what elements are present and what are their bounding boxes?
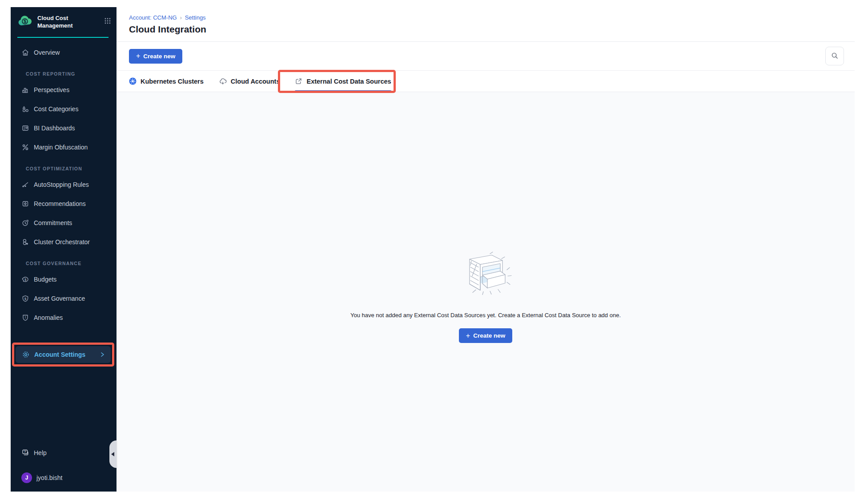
sidebar-item-cost-categories[interactable]: Cost Categories <box>11 101 117 117</box>
sidebar: $ Cloud Cost Management Overview COST <box>11 7 117 492</box>
brand-accent-divider <box>17 37 108 38</box>
section-cost-optimization: COST OPTIMIZATION <box>26 166 117 171</box>
tab-bar: Kubernetes Clusters Cloud Accounts Exter… <box>117 71 855 92</box>
content-area: You have not added any External Cost Dat… <box>117 92 855 492</box>
breadcrumb-settings-link[interactable]: Settings <box>185 14 206 21</box>
sidebar-item-label: Budgets <box>34 276 56 283</box>
search-button[interactable] <box>825 47 844 65</box>
sidebar-item-label: Cost Categories <box>34 105 78 113</box>
tab-kubernetes-clusters[interactable]: Kubernetes Clusters <box>129 71 204 92</box>
gear-icon <box>22 351 30 359</box>
bar-chart-icon <box>21 86 29 94</box>
main-area: Account: CCM-NG › Settings Cloud Integra… <box>117 7 855 492</box>
create-new-label: Create new <box>143 53 175 60</box>
sidebar-item-commitments[interactable]: Commitments <box>11 215 117 230</box>
tab-external-cost-data-sources[interactable]: External Cost Data Sources <box>295 71 391 92</box>
sidebar-item-label: Margin Obfuscation <box>34 144 88 151</box>
svg-text:?: ? <box>24 450 26 453</box>
sidebar-item-label: Cluster Orchestrator <box>34 238 90 246</box>
sidebar-item-recommendations[interactable]: Recommendations <box>11 196 117 211</box>
svg-text:$: $ <box>24 296 27 300</box>
plus-icon: + <box>136 52 140 60</box>
sidebar-item-label: BI Dashboards <box>34 125 75 132</box>
collapse-arrow-icon <box>111 452 114 456</box>
sidebar-item-perspectives[interactable]: Perspectives <box>11 82 117 97</box>
sidebar-item-margin-obfuscation[interactable]: Margin Obfuscation <box>11 140 117 155</box>
chevron-right-icon <box>99 351 105 358</box>
app-window: $ Cloud Cost Management Overview COST <box>11 7 855 492</box>
sidebar-item-label: Overview <box>34 49 60 56</box>
sidebar-item-budgets[interactable]: $ Budgets <box>11 272 117 287</box>
sidebar-item-label: Commitments <box>34 219 72 226</box>
sidebar-item-asset-governance[interactable]: $ Asset Governance <box>11 291 117 306</box>
cluster-circles-icon <box>21 238 29 246</box>
cloud-cost-logo-icon: $ <box>17 14 33 29</box>
breadcrumb: Account: CCM-NG › Settings <box>129 14 842 21</box>
search-icon <box>831 52 839 61</box>
home-icon <box>21 48 29 56</box>
tab-cloud-accounts[interactable]: Cloud Accounts <box>219 71 280 92</box>
empty-state-illustration <box>459 249 512 298</box>
percent-icon <box>21 143 29 151</box>
app-grid-icon[interactable] <box>104 17 111 26</box>
tab-label: External Cost Data Sources <box>306 78 391 85</box>
sidebar-item-label: Recommendations <box>34 200 86 207</box>
autostopping-graph-icon <box>21 181 29 189</box>
sidebar-item-label: Asset Governance <box>34 295 85 302</box>
svg-text:$: $ <box>24 278 26 281</box>
svg-text:$: $ <box>24 19 26 24</box>
tab-label: Cloud Accounts <box>231 78 280 85</box>
empty-state-create-new-button[interactable]: + Create new <box>459 328 512 343</box>
brand-title: Cloud Cost Management <box>37 15 85 30</box>
brand: $ Cloud Cost Management <box>11 7 117 32</box>
page-title: Cloud Integration <box>129 24 842 35</box>
sidebar-item-label: Account Settings <box>34 351 85 358</box>
account-settings-annotation-box: Account Settings <box>12 343 114 367</box>
svg-text:!: ! <box>25 315 26 319</box>
sidebar-item-help[interactable]: ? Help <box>21 445 117 460</box>
recommendation-tag-icon <box>21 200 29 208</box>
sidebar-item-overview[interactable]: Overview <box>11 45 117 60</box>
section-cost-reporting: COST REPORTING <box>26 71 117 77</box>
user-menu[interactable]: J jyoti.bisht <box>21 470 117 485</box>
shield-dollar-icon: $ <box>21 294 29 302</box>
section-cost-governance: COST GOVERNANCE <box>26 261 117 266</box>
dashboard-image-icon <box>21 124 29 132</box>
sidebar-item-autostopping-rules[interactable]: AutoStopping Rules <box>11 177 117 192</box>
clock-refresh-icon <box>21 219 29 227</box>
sidebar-item-bi-dashboards[interactable]: BI Dashboards <box>11 121 117 136</box>
kubernetes-icon <box>129 77 137 85</box>
sidebar-item-label: Perspectives <box>34 86 69 93</box>
sidebar-item-anomalies[interactable]: ! Anomalies <box>11 310 117 325</box>
external-link-icon <box>295 77 302 85</box>
breadcrumb-account-link[interactable]: Account: CCM-NG <box>129 14 177 21</box>
create-new-button[interactable]: + Create new <box>129 49 182 64</box>
empty-state-message: You have not added any External Cost Dat… <box>350 312 621 319</box>
cloud-icon <box>219 77 227 85</box>
user-name: jyoti.bisht <box>36 474 62 481</box>
avatar: J <box>21 472 32 483</box>
breadcrumb-separator: › <box>180 15 182 21</box>
piggy-bank-icon: $ <box>21 275 29 283</box>
shield-alert-icon: ! <box>21 314 29 322</box>
help-label: Help <box>34 449 47 456</box>
plus-icon: + <box>466 332 470 339</box>
sidebar-item-label: AutoStopping Rules <box>34 181 89 188</box>
page-header: Account: CCM-NG › Settings Cloud Integra… <box>117 7 855 42</box>
help-chat-icon: ? <box>21 448 29 458</box>
sidebar-item-account-settings[interactable]: Account Settings <box>16 346 111 363</box>
sidebar-nav: Overview COST REPORTING Perspectives Cos… <box>11 45 117 445</box>
tab-label: Kubernetes Clusters <box>141 78 204 85</box>
shapes-icon <box>21 105 29 113</box>
sidebar-item-cluster-orchestrator[interactable]: Cluster Orchestrator <box>11 234 117 250</box>
sidebar-bottom: ? Help J jyoti.bisht <box>11 445 117 492</box>
toolbar: + Create new <box>117 42 855 71</box>
create-new-label: Create new <box>473 332 505 339</box>
sidebar-item-label: Anomalies <box>34 314 63 321</box>
sidebar-collapse-handle[interactable] <box>109 440 117 468</box>
